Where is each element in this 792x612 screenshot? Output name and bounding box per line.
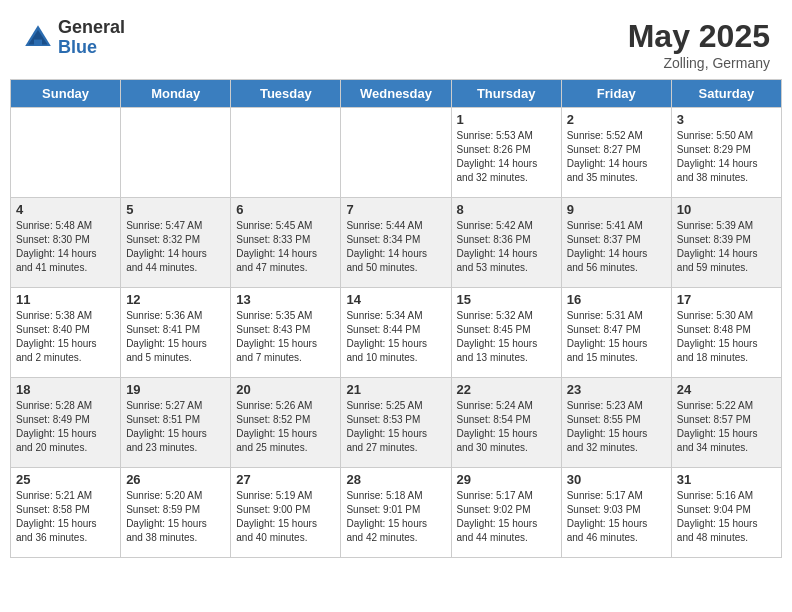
day-number: 22	[457, 382, 556, 397]
calendar-cell: 4Sunrise: 5:48 AM Sunset: 8:30 PM Daylig…	[11, 198, 121, 288]
day-info: Sunrise: 5:28 AM Sunset: 8:49 PM Dayligh…	[16, 399, 115, 455]
weekday-header: Monday	[121, 80, 231, 108]
day-number: 20	[236, 382, 335, 397]
calendar-week-row: 4Sunrise: 5:48 AM Sunset: 8:30 PM Daylig…	[11, 198, 782, 288]
day-info: Sunrise: 5:32 AM Sunset: 8:45 PM Dayligh…	[457, 309, 556, 365]
weekday-header: Thursday	[451, 80, 561, 108]
location-text: Zolling, Germany	[628, 55, 770, 71]
day-info: Sunrise: 5:45 AM Sunset: 8:33 PM Dayligh…	[236, 219, 335, 275]
calendar-cell: 18Sunrise: 5:28 AM Sunset: 8:49 PM Dayli…	[11, 378, 121, 468]
calendar-cell: 29Sunrise: 5:17 AM Sunset: 9:02 PM Dayli…	[451, 468, 561, 558]
calendar-cell: 12Sunrise: 5:36 AM Sunset: 8:41 PM Dayli…	[121, 288, 231, 378]
calendar-table: SundayMondayTuesdayWednesdayThursdayFrid…	[10, 79, 782, 558]
weekday-header: Friday	[561, 80, 671, 108]
day-number: 11	[16, 292, 115, 307]
day-number: 4	[16, 202, 115, 217]
day-number: 13	[236, 292, 335, 307]
title-block: May 2025 Zolling, Germany	[628, 18, 770, 71]
day-number: 17	[677, 292, 776, 307]
logo-general-text: General	[58, 18, 125, 38]
day-number: 16	[567, 292, 666, 307]
day-info: Sunrise: 5:27 AM Sunset: 8:51 PM Dayligh…	[126, 399, 225, 455]
day-number: 5	[126, 202, 225, 217]
day-number: 23	[567, 382, 666, 397]
day-number: 10	[677, 202, 776, 217]
calendar-cell: 8Sunrise: 5:42 AM Sunset: 8:36 PM Daylig…	[451, 198, 561, 288]
day-info: Sunrise: 5:50 AM Sunset: 8:29 PM Dayligh…	[677, 129, 776, 185]
calendar-cell	[231, 108, 341, 198]
calendar-cell: 7Sunrise: 5:44 AM Sunset: 8:34 PM Daylig…	[341, 198, 451, 288]
day-number: 12	[126, 292, 225, 307]
day-info: Sunrise: 5:38 AM Sunset: 8:40 PM Dayligh…	[16, 309, 115, 365]
weekday-header: Wednesday	[341, 80, 451, 108]
day-info: Sunrise: 5:20 AM Sunset: 8:59 PM Dayligh…	[126, 489, 225, 545]
svg-rect-2	[34, 39, 42, 45]
calendar-cell: 14Sunrise: 5:34 AM Sunset: 8:44 PM Dayli…	[341, 288, 451, 378]
calendar-cell	[121, 108, 231, 198]
day-info: Sunrise: 5:17 AM Sunset: 9:03 PM Dayligh…	[567, 489, 666, 545]
day-info: Sunrise: 5:41 AM Sunset: 8:37 PM Dayligh…	[567, 219, 666, 275]
calendar-cell: 30Sunrise: 5:17 AM Sunset: 9:03 PM Dayli…	[561, 468, 671, 558]
logo-icon	[22, 22, 54, 54]
day-info: Sunrise: 5:53 AM Sunset: 8:26 PM Dayligh…	[457, 129, 556, 185]
page-header: General Blue May 2025 Zolling, Germany	[10, 10, 782, 75]
calendar-cell: 24Sunrise: 5:22 AM Sunset: 8:57 PM Dayli…	[671, 378, 781, 468]
day-number: 25	[16, 472, 115, 487]
day-info: Sunrise: 5:23 AM Sunset: 8:55 PM Dayligh…	[567, 399, 666, 455]
calendar-cell: 27Sunrise: 5:19 AM Sunset: 9:00 PM Dayli…	[231, 468, 341, 558]
calendar-cell: 11Sunrise: 5:38 AM Sunset: 8:40 PM Dayli…	[11, 288, 121, 378]
day-number: 27	[236, 472, 335, 487]
calendar-cell: 23Sunrise: 5:23 AM Sunset: 8:55 PM Dayli…	[561, 378, 671, 468]
day-number: 3	[677, 112, 776, 127]
day-info: Sunrise: 5:44 AM Sunset: 8:34 PM Dayligh…	[346, 219, 445, 275]
day-number: 18	[16, 382, 115, 397]
calendar-cell	[341, 108, 451, 198]
calendar-cell: 19Sunrise: 5:27 AM Sunset: 8:51 PM Dayli…	[121, 378, 231, 468]
calendar-cell: 22Sunrise: 5:24 AM Sunset: 8:54 PM Dayli…	[451, 378, 561, 468]
day-number: 9	[567, 202, 666, 217]
day-info: Sunrise: 5:39 AM Sunset: 8:39 PM Dayligh…	[677, 219, 776, 275]
day-info: Sunrise: 5:35 AM Sunset: 8:43 PM Dayligh…	[236, 309, 335, 365]
calendar-cell: 3Sunrise: 5:50 AM Sunset: 8:29 PM Daylig…	[671, 108, 781, 198]
day-info: Sunrise: 5:25 AM Sunset: 8:53 PM Dayligh…	[346, 399, 445, 455]
day-info: Sunrise: 5:36 AM Sunset: 8:41 PM Dayligh…	[126, 309, 225, 365]
weekday-header: Saturday	[671, 80, 781, 108]
calendar-cell: 15Sunrise: 5:32 AM Sunset: 8:45 PM Dayli…	[451, 288, 561, 378]
calendar-week-row: 1Sunrise: 5:53 AM Sunset: 8:26 PM Daylig…	[11, 108, 782, 198]
day-info: Sunrise: 5:26 AM Sunset: 8:52 PM Dayligh…	[236, 399, 335, 455]
calendar-week-row: 25Sunrise: 5:21 AM Sunset: 8:58 PM Dayli…	[11, 468, 782, 558]
day-number: 31	[677, 472, 776, 487]
day-number: 6	[236, 202, 335, 217]
calendar-cell	[11, 108, 121, 198]
day-info: Sunrise: 5:42 AM Sunset: 8:36 PM Dayligh…	[457, 219, 556, 275]
weekday-header: Tuesday	[231, 80, 341, 108]
day-info: Sunrise: 5:17 AM Sunset: 9:02 PM Dayligh…	[457, 489, 556, 545]
month-title: May 2025	[628, 18, 770, 55]
day-info: Sunrise: 5:16 AM Sunset: 9:04 PM Dayligh…	[677, 489, 776, 545]
calendar-cell: 5Sunrise: 5:47 AM Sunset: 8:32 PM Daylig…	[121, 198, 231, 288]
calendar-week-row: 11Sunrise: 5:38 AM Sunset: 8:40 PM Dayli…	[11, 288, 782, 378]
day-info: Sunrise: 5:18 AM Sunset: 9:01 PM Dayligh…	[346, 489, 445, 545]
day-info: Sunrise: 5:19 AM Sunset: 9:00 PM Dayligh…	[236, 489, 335, 545]
day-number: 28	[346, 472, 445, 487]
day-number: 15	[457, 292, 556, 307]
weekday-header-row: SundayMondayTuesdayWednesdayThursdayFrid…	[11, 80, 782, 108]
calendar-week-row: 18Sunrise: 5:28 AM Sunset: 8:49 PM Dayli…	[11, 378, 782, 468]
calendar-cell: 2Sunrise: 5:52 AM Sunset: 8:27 PM Daylig…	[561, 108, 671, 198]
calendar-cell: 16Sunrise: 5:31 AM Sunset: 8:47 PM Dayli…	[561, 288, 671, 378]
day-info: Sunrise: 5:34 AM Sunset: 8:44 PM Dayligh…	[346, 309, 445, 365]
day-number: 1	[457, 112, 556, 127]
day-info: Sunrise: 5:21 AM Sunset: 8:58 PM Dayligh…	[16, 489, 115, 545]
logo: General Blue	[22, 18, 125, 58]
weekday-header: Sunday	[11, 80, 121, 108]
day-number: 29	[457, 472, 556, 487]
day-number: 30	[567, 472, 666, 487]
calendar-cell: 1Sunrise: 5:53 AM Sunset: 8:26 PM Daylig…	[451, 108, 561, 198]
day-number: 7	[346, 202, 445, 217]
day-number: 2	[567, 112, 666, 127]
day-info: Sunrise: 5:24 AM Sunset: 8:54 PM Dayligh…	[457, 399, 556, 455]
day-number: 14	[346, 292, 445, 307]
calendar-cell: 9Sunrise: 5:41 AM Sunset: 8:37 PM Daylig…	[561, 198, 671, 288]
calendar-cell: 6Sunrise: 5:45 AM Sunset: 8:33 PM Daylig…	[231, 198, 341, 288]
calendar-cell: 26Sunrise: 5:20 AM Sunset: 8:59 PM Dayli…	[121, 468, 231, 558]
